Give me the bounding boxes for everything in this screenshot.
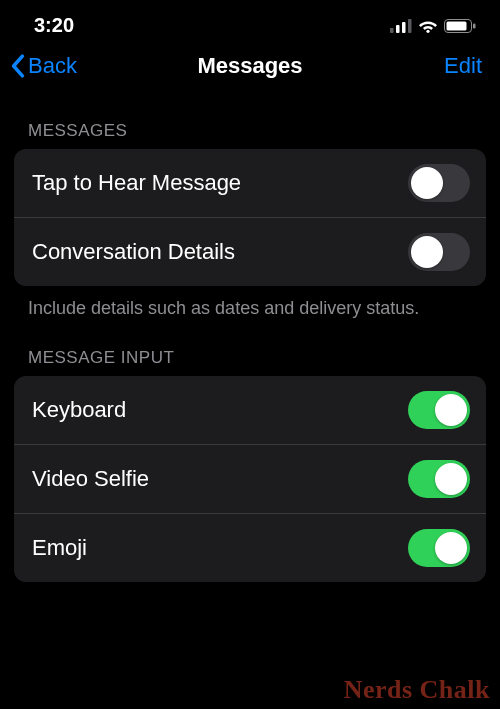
row-keyboard: Keyboard <box>14 376 486 445</box>
svg-rect-2 <box>402 22 406 33</box>
cellular-icon <box>390 19 412 33</box>
row-label: Emoji <box>32 535 87 561</box>
row-emoji: Emoji <box>14 514 486 582</box>
toggle-tap-to-hear[interactable] <box>408 164 470 202</box>
section-header-input: MESSAGE INPUT <box>0 320 500 376</box>
status-time: 3:20 <box>34 14 74 37</box>
row-label: Keyboard <box>32 397 126 423</box>
row-video-selfie: Video Selfie <box>14 445 486 514</box>
toggle-knob <box>411 167 443 199</box>
toggle-video-selfie[interactable] <box>408 460 470 498</box>
page-title: Messages <box>197 53 302 79</box>
status-icons <box>390 19 476 33</box>
toggle-knob <box>435 394 467 426</box>
row-conversation-details: Conversation Details <box>14 218 486 286</box>
group-input: Keyboard Video Selfie Emoji <box>14 376 486 582</box>
nav-bar: Back Messages Edit <box>0 45 500 93</box>
battery-icon <box>444 19 476 33</box>
row-tap-to-hear: Tap to Hear Message <box>14 149 486 218</box>
row-label: Tap to Hear Message <box>32 170 241 196</box>
svg-rect-7 <box>473 23 476 28</box>
wifi-icon <box>418 19 438 33</box>
chevron-left-icon <box>10 54 26 78</box>
svg-rect-0 <box>390 28 394 33</box>
toggle-emoji[interactable] <box>408 529 470 567</box>
back-button[interactable]: Back <box>10 53 77 79</box>
svg-rect-1 <box>396 25 400 33</box>
status-bar: 3:20 <box>0 0 500 45</box>
back-label: Back <box>28 53 77 79</box>
toggle-knob <box>435 463 467 495</box>
watermark: Nerds Chalk <box>344 675 490 705</box>
edit-button[interactable]: Edit <box>444 53 482 79</box>
toggle-knob <box>411 236 443 268</box>
svg-rect-6 <box>447 21 467 30</box>
toggle-keyboard[interactable] <box>408 391 470 429</box>
row-label: Video Selfie <box>32 466 149 492</box>
toggle-conversation-details[interactable] <box>408 233 470 271</box>
section-header-messages: MESSAGES <box>0 93 500 149</box>
svg-point-4 <box>426 29 429 32</box>
group-messages: Tap to Hear Message Conversation Details <box>14 149 486 286</box>
svg-rect-3 <box>408 19 412 33</box>
row-label: Conversation Details <box>32 239 235 265</box>
toggle-knob <box>435 532 467 564</box>
section-footer-messages: Include details such as dates and delive… <box>0 286 500 320</box>
